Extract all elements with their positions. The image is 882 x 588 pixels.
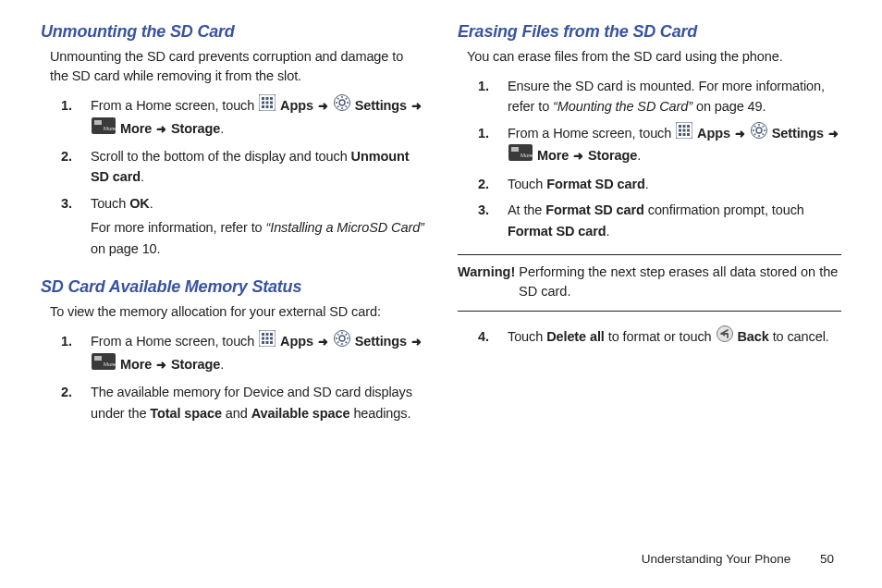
format-label: Format SD card	[508, 224, 606, 239]
step-1: 1. From a Home screen, touch Apps ➜ Sett…	[61, 331, 424, 376]
more-label: More	[537, 148, 569, 163]
step-text: Scroll to the bottom of the display and …	[91, 149, 351, 164]
step-text-e: headings.	[349, 406, 410, 421]
step-number: 3.	[61, 193, 72, 214]
heading-erasing: Erasing Files from the SD Card	[458, 22, 841, 42]
format-label: Format SD card	[546, 177, 645, 191]
step-text-c: on page 49.	[692, 99, 766, 114]
steps-unmounting: 1. From a Home screen, touch Apps ➜ Sett…	[61, 95, 424, 259]
step-number: 3.	[478, 200, 489, 220]
step-text-a: At the	[508, 202, 545, 217]
step-number: 1.	[478, 76, 489, 96]
intro-erasing: You can erase files from the SD card usi…	[467, 47, 841, 67]
arrow-icon: ➜	[411, 99, 422, 113]
delete-all-label: Delete all	[546, 329, 605, 344]
arrow-icon: ➜	[573, 149, 583, 163]
step-text-e: to cancel.	[769, 329, 829, 344]
more-label: More	[120, 121, 152, 136]
total-space-label: Total space	[150, 406, 222, 421]
step-number: 1.	[478, 123, 489, 143]
step-1: 1. From a Home screen, touch Apps ➜ Sett…	[61, 95, 424, 141]
step-4: 4. Touch Delete all to format or touch B…	[478, 326, 841, 349]
step-2: 2. Scroll to the bottom of the display a…	[61, 146, 424, 188]
step-number: 1.	[61, 95, 72, 116]
step-text-c: confirmation prompt, touch	[644, 202, 804, 217]
apps-label: Apps	[280, 98, 313, 113]
arrow-icon: ➜	[318, 335, 328, 349]
settings-icon	[334, 94, 350, 116]
step-number: 2.	[61, 146, 72, 166]
settings-label: Settings	[355, 98, 407, 113]
step-subtext: For more information, refer to “Installi…	[91, 217, 424, 259]
arrow-icon: ➜	[735, 127, 745, 141]
step-text-c: and	[222, 406, 251, 421]
step-text-c: to format or touch	[605, 329, 716, 344]
page-columns: Unmounting the SD Card Unmounting the SD…	[41, 22, 841, 429]
more-icon	[92, 117, 116, 140]
warning-block: Warning! Performing the next step erases…	[458, 254, 841, 312]
steps-memory-status: 1. From a Home screen, touch Apps ➜ Sett…	[61, 331, 424, 423]
steps-erasing-cont: 4. Touch Delete all to format or touch B…	[478, 326, 841, 349]
step-text: From a Home screen, touch	[91, 334, 258, 349]
arrow-icon: ➜	[156, 358, 166, 372]
step-1b: 1. From a Home screen, touch Apps ➜ Sett…	[478, 123, 841, 168]
warning-label: Warning!	[458, 264, 515, 279]
step-1: 1. Ensure the SD card is mounted. For mo…	[478, 76, 841, 117]
footer-text: Understanding Your Phone	[642, 552, 790, 566]
warning-text: Warning! Performing the next step erases…	[458, 263, 841, 301]
left-column: Unmounting the SD Card Unmounting the SD…	[41, 22, 424, 429]
storage-label: Storage	[171, 121, 220, 136]
settings-label: Settings	[772, 126, 824, 141]
step-3: 3. Touch OK. For more information, refer…	[61, 193, 424, 259]
settings-label: Settings	[355, 334, 407, 349]
period: .	[220, 121, 224, 136]
step-number: 4.	[478, 326, 489, 347]
step-text: Touch	[91, 196, 129, 211]
arrow-icon: ➜	[828, 127, 839, 141]
arrow-icon: ➜	[318, 99, 328, 113]
step-2: 2. Touch Format SD card.	[478, 174, 841, 194]
period: .	[141, 169, 144, 184]
step-text: From a Home screen, touch	[91, 98, 258, 113]
available-space-label: Available space	[251, 406, 350, 421]
step-3: 3. At the Format SD card confirmation pr…	[478, 200, 841, 241]
step-number: 2.	[61, 382, 72, 402]
intro-memory-status: To view the memory allocation for your e…	[50, 302, 424, 322]
settings-icon	[751, 122, 767, 144]
warning-body: Performing the next step erases all data…	[515, 264, 838, 299]
xref: “Installing a MicroSD Card”	[266, 220, 424, 235]
step-number: 1.	[61, 331, 72, 351]
format-label: Format SD card	[545, 202, 644, 217]
back-label: Back	[737, 329, 768, 344]
subtext-a: For more information, refer to	[91, 220, 266, 235]
step-number: 2.	[478, 174, 489, 194]
settings-icon	[334, 330, 350, 352]
storage-label: Storage	[588, 148, 637, 163]
step-text: From a Home screen, touch	[508, 126, 675, 141]
apps-label: Apps	[697, 126, 730, 141]
arrow-icon: ➜	[156, 122, 166, 136]
intro-unmounting: Unmounting the SD card prevents corrupti…	[50, 47, 424, 86]
right-column: Erasing Files from the SD Card You can e…	[458, 22, 841, 429]
period: .	[606, 224, 610, 239]
arrow-icon: ➜	[411, 335, 422, 349]
page-number: 50	[820, 552, 834, 566]
more-icon	[92, 353, 116, 375]
steps-erasing: 1. Ensure the SD card is mounted. For mo…	[478, 76, 841, 241]
page-footer: Understanding Your Phone 50	[642, 552, 834, 566]
period: .	[220, 357, 224, 372]
xref: “Mounting the SD Card”	[553, 99, 692, 114]
apps-icon	[259, 330, 276, 352]
period: .	[150, 196, 153, 211]
storage-label: Storage	[171, 357, 220, 372]
subtext-c: on page 10.	[91, 241, 161, 256]
period: .	[645, 177, 649, 191]
apps-label: Apps	[280, 334, 313, 349]
step-text-a: Touch	[508, 177, 546, 191]
apps-icon	[259, 94, 276, 116]
ok-label: OK	[129, 196, 150, 211]
more-icon	[508, 144, 533, 166]
apps-icon	[676, 122, 692, 144]
period: .	[637, 148, 641, 163]
back-icon	[717, 325, 733, 348]
